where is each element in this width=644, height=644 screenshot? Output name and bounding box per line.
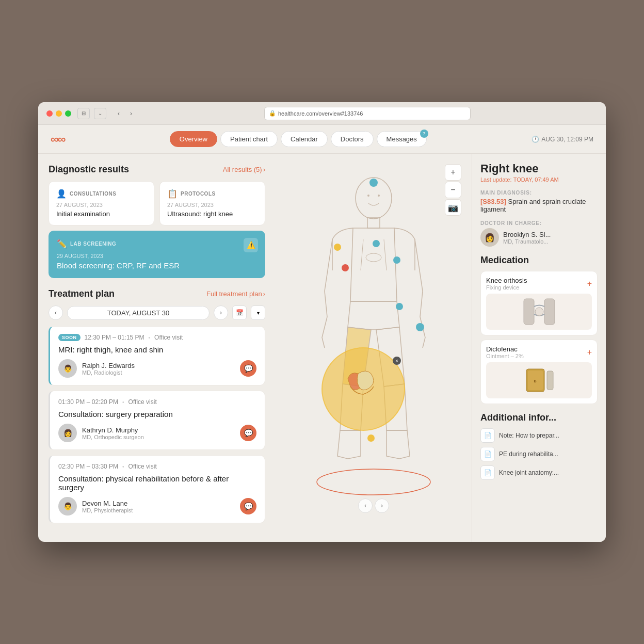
all-results-link[interactable]: All results (5) ›	[223, 166, 265, 173]
body-diagram: ×	[286, 167, 461, 528]
svg-point-18	[378, 195, 380, 197]
diagnosis-code: [S83.53]	[480, 198, 506, 205]
back-button[interactable]: ‹	[112, 108, 125, 119]
med-type-2: Ointment – 2%	[486, 353, 524, 359]
dropdown-icon[interactable]: ▾	[251, 305, 265, 320]
consultation-card[interactable]: 👤 CONSULTATIONS 27 AUGUST, 2023 Initial …	[49, 181, 154, 226]
diagnostic-cards: 👤 CONSULTATIONS 27 AUGUST, 2023 Initial …	[49, 181, 265, 226]
header-time: 🕐 AUG 30, 12:09 PM	[532, 136, 593, 143]
minimize-button[interactable]	[56, 110, 62, 117]
prev-body-button[interactable]: ‹	[358, 498, 373, 513]
diclofenac-svg: B	[513, 365, 565, 396]
svg-rect-25	[547, 371, 553, 390]
add-med-icon-2[interactable]: +	[587, 348, 592, 357]
logo: ∞∞	[51, 133, 65, 146]
svg-point-10	[334, 244, 341, 251]
right-panel: Right knee Last update: TODAY, 07:49 AM …	[472, 154, 606, 542]
calendar-icon[interactable]: 📅	[232, 305, 247, 320]
appointment-card-3[interactable]: 02:30 PM – 03:30 PM • Office visit Consu…	[49, 455, 265, 523]
medication-section: Medication Knee orthosis Fixing device +	[480, 255, 598, 404]
additional-section: Additional infor... 📄 Note: How to prepa…	[480, 412, 598, 480]
consultation-icon: 👤	[56, 189, 67, 199]
additional-item-1[interactable]: 📄 Note: How to prepar...	[480, 428, 598, 443]
svg-point-16	[367, 434, 375, 442]
messages-badge: 7	[420, 130, 428, 138]
diagnostic-title: Diagnostic results	[49, 164, 129, 175]
tab-overview[interactable]: Overview	[170, 131, 217, 147]
doctor-name-3: Devon M. Lane	[82, 500, 235, 507]
next-date-button[interactable]: ›	[214, 305, 228, 320]
chevron-right-icon2: ›	[263, 290, 265, 298]
maximize-button[interactable]	[65, 110, 71, 117]
clock-icon: 🕐	[532, 136, 539, 143]
sidebar-icon[interactable]: ⊟	[77, 108, 90, 119]
forward-button[interactable]: ›	[125, 108, 137, 119]
sidebar-toggle[interactable]: ⊟ ⌄	[77, 108, 106, 119]
appointment-card-2[interactable]: 01:30 PM – 02:20 PM • Office visit Consu…	[49, 391, 265, 450]
protocol-name: Ultrasound: right knee	[167, 210, 257, 218]
url-bar[interactable]: 🔒 healthcare.com/overview#133746	[264, 107, 471, 120]
date-nav: ‹ TODAY, AUGUST 30 › 📅 ▾	[49, 305, 265, 320]
appt-title-1: MRI: right thigh, knee and shin	[58, 345, 256, 354]
doctor-avatar-2: 👩	[58, 424, 77, 442]
doctor-avatar-3: 👨	[58, 497, 77, 516]
tab-patient-chart[interactable]: Patient chart	[220, 131, 278, 147]
prev-date-button[interactable]: ‹	[49, 305, 63, 320]
full-plan-link[interactable]: Full treatment plan ›	[206, 290, 265, 298]
lock-icon: 🔒	[269, 110, 276, 117]
date-display: TODAY, AUGUST 30	[67, 306, 210, 320]
medication-card-1[interactable]: Knee orthosis Fixing device +	[480, 271, 598, 335]
appt-title-2: Consultation: surgery preparation	[58, 410, 256, 418]
chevron-right-icon: ›	[263, 166, 265, 173]
svg-point-17	[367, 195, 369, 197]
appt-title-3: Consultation: physical rehabilitation be…	[58, 474, 256, 492]
doctor-charge-avatar: 👩	[480, 228, 499, 247]
doctor-role-3: MD, Physiotherapist	[82, 507, 235, 513]
appointment-card-1[interactable]: SOON 12:30 PM – 01:15 PM • Office visit …	[49, 326, 265, 385]
consultation-name: Initial examination	[56, 210, 147, 218]
lab-type: LAB SCREENING	[70, 241, 116, 247]
additional-item-3[interactable]: 📄 Knee joint anatomy:...	[480, 465, 598, 480]
diagnostic-header: Diagnostic results All results (5) ›	[49, 164, 265, 175]
close-button[interactable]	[46, 110, 53, 117]
med-name-2: Diclofenac	[486, 345, 524, 353]
next-body-button[interactable]: ›	[375, 498, 389, 513]
knee-orthosis-svg	[508, 296, 570, 327]
lab-icon: ✏️	[57, 239, 67, 249]
doc-icon-1: 📄	[480, 428, 495, 443]
body-svg: ×	[296, 167, 451, 518]
chat-button-3[interactable]: 💬	[240, 498, 256, 514]
url-text: healthcare.com/overview#133746	[278, 110, 363, 117]
svg-point-13	[342, 264, 349, 271]
protocol-date: 27 AUGUST, 2023	[167, 202, 257, 208]
center-panel: + − 📷	[276, 154, 472, 542]
protocol-card[interactable]: 📋 PROTOCOLS 27 AUGUST, 2023 Ultrasound: …	[159, 181, 265, 226]
svg-point-11	[373, 240, 380, 247]
doctor-charge-label: DOCTOR IN CHARGE:	[480, 220, 598, 226]
chat-button-2[interactable]: 💬	[240, 425, 256, 441]
lab-date: 29 AUGUST, 2023	[57, 253, 257, 259]
med-type-1: Fixing device	[486, 284, 527, 291]
doctor-avatar-1: 👨	[58, 359, 77, 378]
nav-tabs: Overview Patient chart Calendar Doctors …	[77, 131, 519, 147]
medication-card-2[interactable]: Diclofenac Ointment – 2% + B	[480, 340, 598, 404]
treatment-header: Treatment plan Full treatment plan ›	[49, 288, 265, 299]
doctor-charge-role: MD, Traumatolo...	[503, 238, 551, 245]
svg-point-14	[396, 303, 403, 310]
chevron-down-icon[interactable]: ⌄	[94, 108, 106, 119]
doctor-charge-section: DOCTOR IN CHARGE: 👩 Brooklyn S. Si... MD…	[480, 220, 598, 247]
tab-doctors[interactable]: Doctors	[331, 131, 374, 147]
tab-messages[interactable]: Messages 7	[377, 131, 427, 147]
consultation-type: CONSULTATIONS	[70, 191, 116, 197]
additional-item-2[interactable]: 📄 PE during rehabilita...	[480, 447, 598, 461]
chat-button-1[interactable]: 💬	[240, 360, 256, 377]
tab-calendar[interactable]: Calendar	[281, 131, 328, 147]
svg-point-21	[535, 308, 543, 316]
nav-arrows: ‹ ›	[358, 498, 389, 513]
add-med-icon-1[interactable]: +	[587, 279, 592, 288]
treatment-title: Treatment plan	[49, 288, 115, 299]
svg-rect-1	[367, 218, 380, 228]
lab-card[interactable]: ✏️ LAB SCREENING ⚠️ 29 AUGUST, 2023 Bloo…	[49, 231, 265, 278]
diagnosis-section: MAIN DIAGNOSIS: [S83.53] Sprain and spra…	[480, 190, 598, 213]
app-window: ⊟ ⌄ ‹ › 🔒 healthcare.com/overview#133746…	[38, 102, 606, 542]
